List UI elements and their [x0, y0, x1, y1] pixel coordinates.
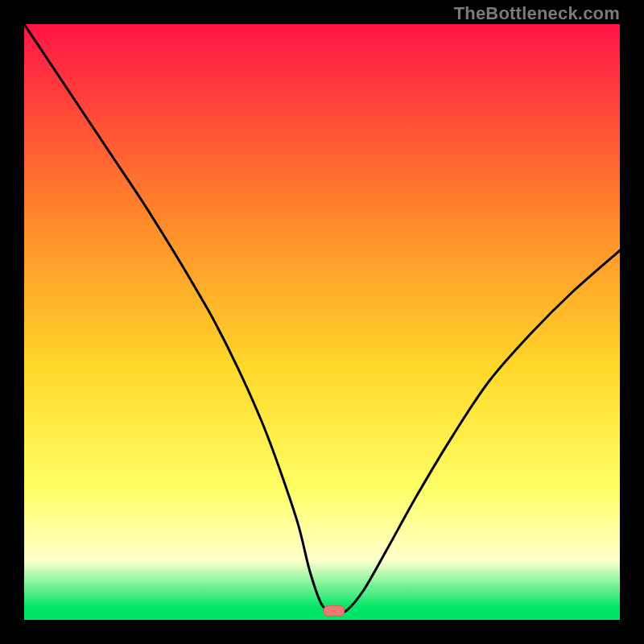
optimal-marker	[324, 605, 345, 616]
bottleneck-chart	[24, 24, 620, 620]
chart-frame: TheBottleneck.com	[0, 0, 644, 644]
watermark-text: TheBottleneck.com	[454, 3, 620, 24]
gradient-background	[24, 24, 620, 620]
plot-area	[24, 24, 620, 620]
